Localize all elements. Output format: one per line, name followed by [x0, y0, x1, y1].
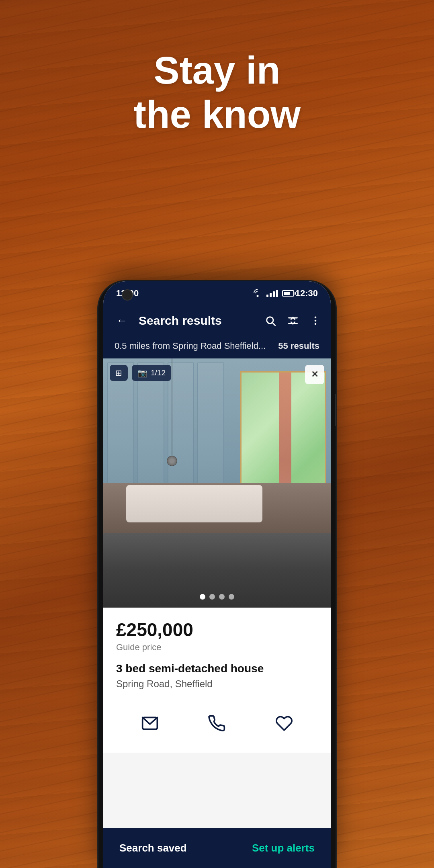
sort-button[interactable] [287, 315, 299, 326]
more-button[interactable] [310, 315, 321, 326]
svg-point-5 [315, 320, 317, 322]
search-summary: 0.5 miles from Spring Road Sheffield... … [103, 336, 331, 358]
price-label: Guide price [116, 642, 318, 653]
hero-line1: Stay in [0, 48, 434, 92]
status-time-right: 12:30 [295, 288, 318, 299]
signal-icon [266, 290, 278, 297]
property-image [103, 358, 331, 608]
setup-alerts-button[interactable]: Set up alerts [252, 842, 315, 854]
back-arrow-icon: ← [116, 314, 127, 327]
results-count: 55 results [278, 341, 319, 351]
image-badges: ⊞ 📷 1/12 [110, 365, 171, 381]
hero-text: Stay in the know [0, 48, 434, 137]
photo-count-badge[interactable]: 📷 1/12 [132, 365, 171, 381]
dot-2[interactable] [209, 594, 215, 600]
dot-3[interactable] [219, 594, 225, 600]
back-button[interactable]: ← [113, 312, 131, 330]
svg-line-1 [272, 323, 275, 325]
status-right: 12:30 [253, 288, 318, 299]
floorplan-badge[interactable]: ⊞ [110, 365, 128, 381]
camera-icon: 📷 [137, 368, 147, 378]
svg-point-6 [315, 323, 317, 325]
app-header: ← Search results [103, 305, 331, 336]
svg-point-4 [315, 317, 317, 319]
dot-1[interactable] [200, 594, 205, 600]
phone-screen: 12:00 [103, 281, 331, 868]
floorplan-icon: ⊞ [115, 368, 122, 378]
property-price: £250,000 [116, 619, 318, 641]
property-image-container: ⊞ 📷 1/12 ✕ [103, 358, 331, 608]
content-area: ⊞ 📷 1/12 ✕ [103, 358, 331, 753]
action-buttons [116, 701, 318, 741]
search-location: 0.5 miles from Spring Road Sheffield... [115, 341, 266, 351]
page-title: Search results [139, 314, 257, 328]
wifi-icon [253, 290, 262, 297]
email-button[interactable] [136, 709, 164, 737]
image-dots [200, 594, 234, 600]
favorite-button[interactable] [270, 709, 298, 737]
search-button[interactable] [265, 315, 276, 326]
property-card: ⊞ 📷 1/12 ✕ [103, 358, 331, 753]
dot-4[interactable] [229, 594, 234, 600]
status-bar: 12:00 [103, 281, 331, 305]
hero-line2: the know [0, 92, 434, 137]
property-address: Spring Road, Sheffield [116, 678, 318, 690]
bottom-bar: Search saved Set up alerts [103, 828, 331, 868]
battery-indicator: 12:30 [282, 288, 318, 299]
close-button[interactable]: ✕ [305, 365, 324, 384]
phone-power-button [335, 394, 336, 426]
phone-button[interactable] [203, 709, 231, 737]
search-saved-text: Search saved [119, 842, 187, 854]
header-icons [265, 315, 321, 326]
phone-camera [122, 289, 133, 301]
phone-frame: 12:00 [98, 281, 336, 868]
property-details: £250,000 Guide price 3 bed semi-detached… [103, 608, 331, 753]
photo-count: 1/12 [151, 368, 166, 377]
property-type: 3 bed semi-detached house [116, 662, 318, 675]
